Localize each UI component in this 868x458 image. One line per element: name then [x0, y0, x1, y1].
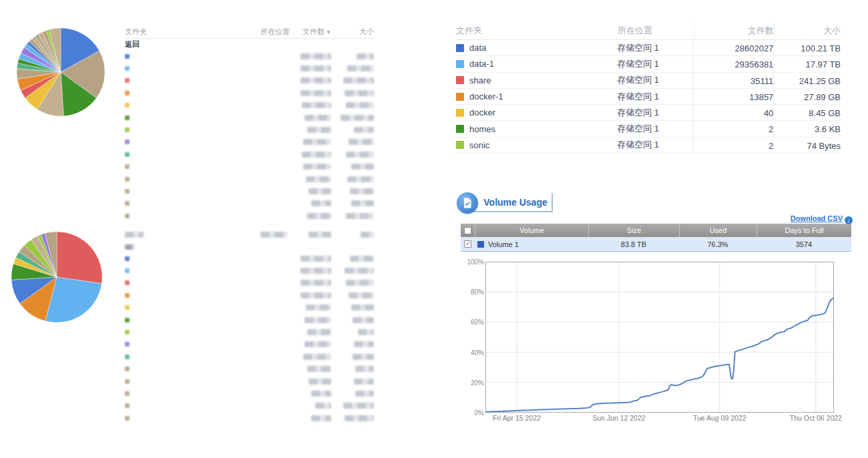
y-axis-tick-label: 0% — [466, 409, 484, 417]
folder-row-blurred[interactable] — [125, 400, 374, 412]
blurred-size — [331, 391, 374, 397]
folder-row[interactable]: docker存储空间 1408.45 GB — [456, 105, 841, 121]
column-header-blurred[interactable] — [125, 231, 260, 239]
column-header-count[interactable]: 文件数 — [694, 22, 774, 39]
folder-row-blurred[interactable] — [125, 375, 374, 387]
volume-row[interactable]: ✓Volume 183.8 TB76.3%3574 — [461, 237, 851, 252]
folders-pie-chart-bottom[interactable] — [11, 231, 103, 323]
folder-color-square — [125, 177, 130, 182]
column-header-size[interactable]: Size — [588, 224, 679, 237]
folder-row-blurred[interactable] — [125, 338, 374, 351]
column-header-location[interactable]: 所在位置 — [260, 27, 300, 37]
folder-color-square — [456, 44, 464, 52]
column-header-blurred[interactable] — [331, 231, 374, 239]
column-header-count[interactable]: 文件数▼ — [300, 27, 331, 37]
folder-row-blurred[interactable] — [125, 185, 374, 197]
folder-size: 241.25 GB — [773, 73, 841, 88]
blurred-text — [304, 115, 331, 121]
folder-row-blurred[interactable] — [125, 289, 374, 301]
download-csv-link[interactable]: Download CSV — [791, 214, 843, 222]
folder-row-blurred[interactable] — [125, 75, 374, 87]
column-header-volume[interactable]: Volume — [475, 224, 588, 237]
blurred-file-count — [300, 90, 331, 96]
folder-name-cell: sonic — [456, 140, 617, 150]
blurred-text — [302, 102, 331, 108]
folder-name: data — [469, 43, 486, 53]
folder-row-blurred[interactable] — [125, 302, 374, 314]
volume-name-cell: Volume 1 — [475, 237, 588, 251]
column-header-blurred[interactable] — [300, 231, 331, 239]
row-checkbox[interactable]: ✓ — [464, 240, 471, 248]
blurred-text — [343, 77, 374, 83]
blurred-text — [300, 280, 331, 286]
table-header-row: 文件夹 所在位置 文件数 大小 — [456, 22, 841, 40]
blurred-file-count — [300, 354, 331, 360]
column-header-days-to-full[interactable]: Days to Full — [756, 224, 851, 237]
download-csv: Download CSV↓ — [768, 214, 853, 224]
folder-row-blurred[interactable] — [125, 62, 374, 74]
blurred-size — [331, 213, 374, 219]
back-link-blurred[interactable] — [125, 241, 374, 252]
folder-row[interactable]: data存储空间 128602027100.21 TB — [456, 40, 841, 56]
blurred-file-count — [300, 127, 331, 133]
y-axis-tick-label: 100% — [466, 258, 484, 266]
folder-row-blurred[interactable] — [125, 277, 374, 289]
folder-location: 存储空间 1 — [617, 91, 693, 103]
folder-row-blurred[interactable] — [125, 210, 374, 222]
folder-location: 存储空间 1 — [617, 42, 693, 54]
column-header-folder[interactable]: 文件夹 — [125, 27, 260, 37]
column-header-used[interactable]: Used — [679, 224, 756, 237]
folder-row-blurred[interactable] — [125, 387, 374, 399]
folder-color-square — [125, 416, 130, 421]
folder-row-blurred[interactable] — [125, 111, 374, 124]
column-header-location[interactable]: 所在位置 — [618, 25, 694, 37]
folder-row-blurred[interactable] — [125, 87, 374, 99]
folder-row-blurred[interactable] — [125, 161, 374, 173]
folder-size: 8.45 GB — [773, 105, 841, 120]
blurred-text — [351, 200, 374, 206]
folder-row-blurred[interactable] — [125, 99, 374, 111]
folder-row-blurred[interactable] — [125, 50, 374, 62]
blurred-text — [307, 366, 331, 372]
folder-row-blurred[interactable] — [125, 148, 374, 160]
folder-row-blurred[interactable] — [125, 314, 374, 326]
folder-row-blurred[interactable] — [125, 252, 374, 264]
shared-folders-table: 文件夹 所在位置 文件数 大小 data存储空间 128602027100.21… — [456, 22, 841, 154]
back-link[interactable]: 返回 — [125, 39, 374, 50]
column-header-blurred[interactable] — [260, 231, 300, 239]
blurred-file-count — [300, 164, 331, 170]
folder-color-square — [125, 152, 130, 157]
volume-usage-chart-icon — [457, 192, 478, 214]
folder-row-blurred[interactable] — [125, 351, 374, 363]
folder-row[interactable]: share存储空间 135111241.25 GB — [456, 73, 841, 89]
folder-row-blurred[interactable] — [125, 136, 374, 148]
select-all-checkbox[interactable] — [464, 227, 471, 234]
blurred-text — [300, 268, 331, 274]
column-header-folder[interactable]: 文件夹 — [456, 25, 618, 37]
line-chart-plot-area[interactable] — [485, 262, 834, 413]
select-all-checkbox-cell — [461, 224, 475, 237]
folder-row[interactable]: data-1存储空间 12935638117.97 TB — [456, 56, 841, 72]
folder-row-blurred[interactable] — [125, 363, 374, 375]
folder-row-blurred[interactable] — [125, 326, 374, 338]
folder-row[interactable]: sonic存储空间 1274 Bytes — [456, 138, 841, 154]
folder-row-blurred[interactable] — [125, 173, 374, 185]
pie-slice[interactable] — [57, 232, 102, 284]
folder-row-blurred[interactable] — [125, 264, 374, 276]
folder-row[interactable]: homes存储空间 123.6 KB — [456, 121, 841, 137]
folder-row-blurred[interactable] — [125, 198, 374, 210]
volume-legend-square — [477, 241, 484, 248]
blurred-text — [303, 139, 331, 145]
column-header-size[interactable]: 大小 — [331, 27, 374, 37]
folder-name: docker-1 — [469, 91, 503, 101]
blurred-size — [331, 115, 374, 121]
folder-row[interactable]: docker-1存储空间 11385727.89 GB — [456, 89, 841, 105]
blurred-file-count — [300, 403, 331, 409]
blurred-size — [331, 280, 374, 286]
folder-row-blurred[interactable] — [125, 412, 374, 424]
folders-pie-chart-top[interactable] — [16, 27, 105, 117]
folder-row-blurred[interactable] — [125, 124, 374, 136]
folders-table-blurred-bottom — [125, 228, 374, 424]
column-header-size[interactable]: 大小 — [774, 22, 841, 39]
folder-color-square — [456, 93, 464, 101]
